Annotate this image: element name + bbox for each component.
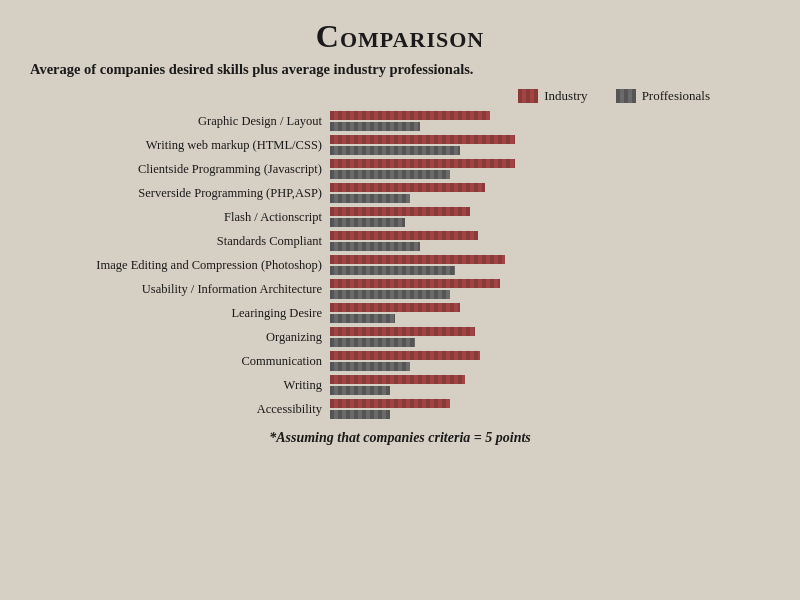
row-label: Usability / Information Architecture [30, 282, 330, 297]
bar-industry [330, 303, 460, 312]
bar-professionals [330, 194, 410, 203]
bar-professionals [330, 218, 405, 227]
bar-professionals [330, 146, 460, 155]
chart-row: Graphic Design / Layout [30, 110, 770, 132]
bar-industry [330, 279, 500, 288]
bars-wrapper [330, 207, 770, 227]
row-label: Writing [30, 378, 330, 393]
bars-wrapper [330, 399, 770, 419]
chart-row: Organizing [30, 326, 770, 348]
legend-industry: Industry [518, 88, 587, 104]
bar-industry [330, 255, 505, 264]
bar-industry [330, 159, 515, 168]
bars-wrapper [330, 303, 770, 323]
chart-row: Learinging Desire [30, 302, 770, 324]
row-label: Serverside Programming (PHP,ASP) [30, 186, 330, 201]
footnote: *Assuming that companies criteria = 5 po… [269, 430, 531, 446]
bar-professionals [330, 290, 450, 299]
bar-professionals [330, 122, 420, 131]
bar-professionals [330, 410, 390, 419]
page-title: Comparison [316, 18, 484, 55]
bar-professionals [330, 362, 410, 371]
bar-professionals [330, 266, 455, 275]
bars-wrapper [330, 255, 770, 275]
bar-industry [330, 399, 450, 408]
row-label: Organizing [30, 330, 330, 345]
chart-row: Flash / Actionscript [30, 206, 770, 228]
row-label: Standards Compliant [30, 234, 330, 249]
bar-professionals [330, 386, 390, 395]
professionals-label: Proffesionals [642, 88, 710, 104]
legend-professionals: Proffesionals [616, 88, 710, 104]
bars-wrapper [330, 279, 770, 299]
chart-row: Usability / Information Architecture [30, 278, 770, 300]
bar-industry [330, 207, 470, 216]
row-label: Image Editing and Compression (Photoshop… [30, 258, 330, 273]
row-label: Writing web markup (HTML/CSS) [30, 138, 330, 153]
bars-wrapper [330, 231, 770, 251]
bars-wrapper [330, 351, 770, 371]
bar-industry [330, 111, 490, 120]
chart-row: Standards Compliant [30, 230, 770, 252]
bars-wrapper [330, 183, 770, 203]
row-label: Learinging Desire [30, 306, 330, 321]
chart-row: Accessibility [30, 398, 770, 420]
row-label: Flash / Actionscript [30, 210, 330, 225]
bars-wrapper [330, 375, 770, 395]
bars-wrapper [330, 111, 770, 131]
bars-wrapper [330, 327, 770, 347]
bar-industry [330, 375, 465, 384]
chart-row: Writing web markup (HTML/CSS) [30, 134, 770, 156]
chart-row: Communication [30, 350, 770, 372]
chart-row: Image Editing and Compression (Photoshop… [30, 254, 770, 276]
row-label: Clientside Programming (Javascript) [30, 162, 330, 177]
bar-industry [330, 327, 475, 336]
bar-industry [330, 231, 478, 240]
industry-swatch [518, 89, 538, 103]
bar-industry [330, 135, 515, 144]
bars-wrapper [330, 159, 770, 179]
row-label: Communication [30, 354, 330, 369]
row-label: Graphic Design / Layout [30, 114, 330, 129]
bar-professionals [330, 338, 415, 347]
chart-row: Clientside Programming (Javascript) [30, 158, 770, 180]
professionals-swatch [616, 89, 636, 103]
chart: Graphic Design / LayoutWriting web marku… [30, 110, 770, 420]
chart-row: Serverside Programming (PHP,ASP) [30, 182, 770, 204]
legend: Industry Proffesionals [518, 88, 710, 104]
row-label: Accessibility [30, 402, 330, 417]
bar-industry [330, 351, 480, 360]
chart-row: Writing [30, 374, 770, 396]
industry-label: Industry [544, 88, 587, 104]
bar-professionals [330, 242, 420, 251]
bar-professionals [330, 170, 450, 179]
bars-wrapper [330, 135, 770, 155]
bar-industry [330, 183, 485, 192]
subtitle: Average of companies desired skills plus… [30, 61, 473, 78]
bar-professionals [330, 314, 395, 323]
